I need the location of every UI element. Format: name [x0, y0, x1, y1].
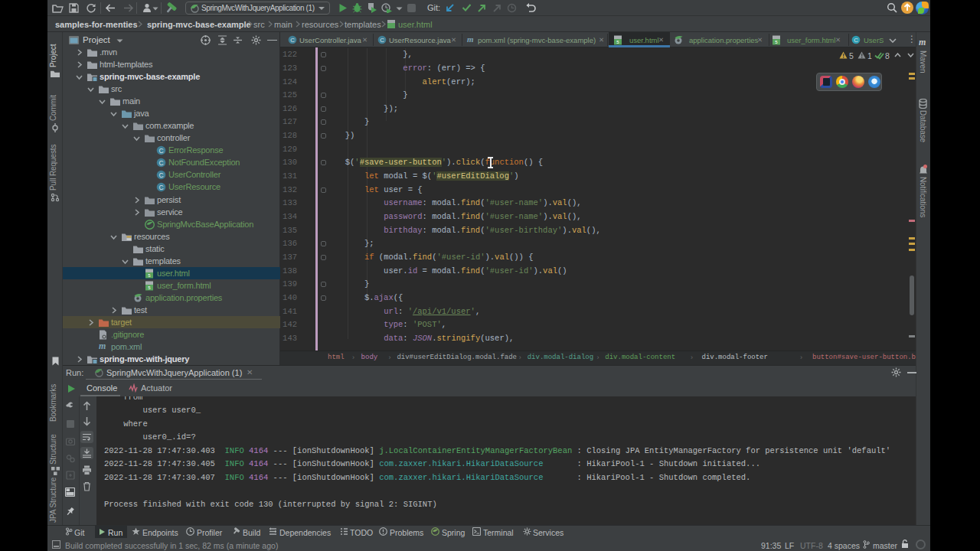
svg-text:C: C — [854, 37, 858, 44]
svg-text:C: C — [158, 147, 163, 155]
svg-text:C: C — [158, 184, 163, 191]
svg-text:C: C — [290, 37, 295, 44]
svg-text:C: C — [158, 171, 163, 179]
svg-text:C: C — [380, 37, 384, 44]
svg-text:C: C — [158, 159, 163, 167]
